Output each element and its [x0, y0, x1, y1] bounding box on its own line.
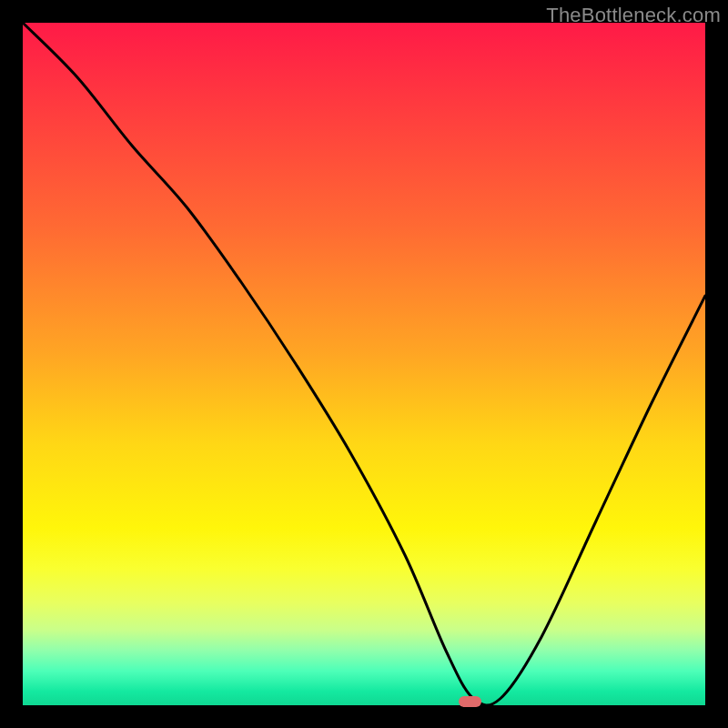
watermark-text: TheBottleneck.com — [546, 4, 721, 27]
plot-area — [23, 23, 705, 705]
optimal-marker — [459, 696, 481, 707]
chart-frame: TheBottleneck.com — [0, 0, 728, 728]
bottleneck-curve — [23, 23, 705, 705]
